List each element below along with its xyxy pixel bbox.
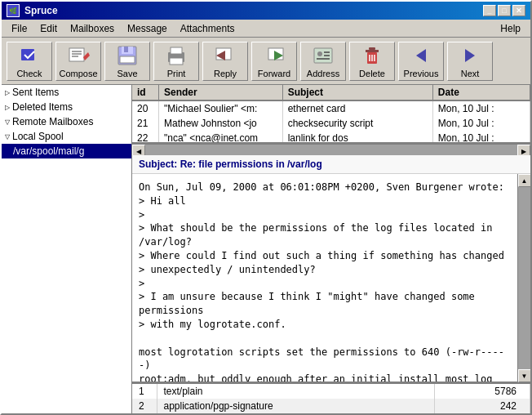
att-size-1: 5786 bbox=[435, 384, 530, 399]
sidebar-item-remote-label: Remote Mailboxes bbox=[12, 116, 93, 127]
svg-marker-28 bbox=[416, 49, 426, 62]
msg-subject-22: lanlink for dos bbox=[282, 131, 432, 144]
toolbar: Check Compose bbox=[2, 38, 530, 85]
table-row[interactable]: 20 "Michael Soulier" <m: ethernet card M… bbox=[132, 100, 530, 116]
att-type-1: text/plain bbox=[157, 384, 435, 399]
vscroll-down[interactable]: ▼ bbox=[518, 369, 531, 382]
col-id: id bbox=[132, 85, 159, 100]
compose-icon bbox=[67, 44, 90, 67]
maximize-button[interactable]: □ bbox=[498, 5, 511, 16]
message-body: On Sun, Jul 09, 2000 at 06:01:08PM +0200… bbox=[132, 174, 517, 382]
vscroll-track bbox=[518, 187, 531, 369]
msg-subject-21: checksecurity script bbox=[282, 116, 432, 131]
hscroll-track bbox=[145, 145, 517, 155]
next-icon bbox=[459, 44, 481, 67]
main-area: ▷ Sent Items ▷ Deleted Items ▽ Remote Ma… bbox=[2, 85, 530, 413]
msg-subject-20: ethernet card bbox=[282, 100, 432, 116]
previous-icon bbox=[410, 44, 432, 67]
delete-button[interactable]: Delete bbox=[349, 42, 395, 81]
message-body-text: On Sun, Jul 09, 2000 at 06:01:08PM +0200… bbox=[139, 181, 511, 382]
msg-id-20: 20 bbox=[132, 100, 159, 116]
close-button[interactable]: ✕ bbox=[512, 5, 525, 16]
previous-label: Previous bbox=[404, 69, 439, 78]
address-button[interactable]: Address bbox=[300, 42, 346, 81]
forward-button[interactable]: Forward bbox=[251, 42, 297, 81]
menu-file[interactable]: File bbox=[5, 21, 33, 36]
message-list: id Sender Subject Date 20 "Michael Souli… bbox=[132, 85, 530, 144]
svg-rect-9 bbox=[120, 56, 135, 63]
content-area: id Sender Subject Date 20 "Michael Souli… bbox=[132, 85, 530, 413]
sidebar-item-local[interactable]: ▽ Local Spool bbox=[2, 129, 131, 144]
title-bar-left: 🌿 Spruce bbox=[7, 4, 58, 17]
menu-bar-items: File Edit Mailboxes Message Attachments bbox=[5, 21, 241, 36]
compose-button[interactable]: Compose bbox=[55, 42, 101, 81]
attachment-row-1[interactable]: 1 text/plain 5786 bbox=[132, 384, 530, 399]
att-num-1: 1 bbox=[132, 384, 157, 399]
body-vscroll: ▲ ▼ bbox=[517, 174, 530, 382]
msg-date-21: Mon, 10 Jul : bbox=[432, 116, 530, 131]
msg-sender-20: "Michael Soulier" <m: bbox=[159, 100, 283, 116]
table-row[interactable]: 21 Mathew Johnston <jo checksecurity scr… bbox=[132, 116, 530, 131]
att-size-2: 242 bbox=[435, 399, 530, 413]
sidebar-item-sent[interactable]: ▷ Sent Items bbox=[2, 85, 131, 100]
check-label: Check bbox=[16, 69, 42, 78]
previous-button[interactable]: Previous bbox=[398, 42, 444, 81]
sidebar: ▷ Sent Items ▷ Deleted Items ▽ Remote Ma… bbox=[2, 85, 132, 413]
menu-mailboxes[interactable]: Mailboxes bbox=[64, 21, 121, 36]
address-icon bbox=[312, 44, 335, 67]
table-row[interactable]: 22 "nca" <nca@inet.com lanlink for dos M… bbox=[132, 131, 530, 144]
svg-rect-1 bbox=[69, 48, 84, 61]
msg-date-22: Mon, 10 Jul : bbox=[432, 131, 530, 144]
att-type-2: application/pgp-signature bbox=[157, 399, 435, 413]
title-buttons: _ □ ✕ bbox=[483, 5, 525, 16]
menu-message[interactable]: Message bbox=[121, 21, 174, 36]
check-icon bbox=[18, 44, 41, 67]
check-button[interactable]: Check bbox=[7, 42, 52, 81]
triangle-icon-3: ▽ bbox=[5, 118, 10, 126]
message-table: id Sender Subject Date 20 "Michael Souli… bbox=[132, 85, 530, 144]
msg-id-22: 22 bbox=[132, 131, 159, 144]
app-icon: 🌿 bbox=[7, 4, 20, 17]
menu-attachments[interactable]: Attachments bbox=[174, 21, 242, 36]
body-area: On Sun, Jul 09, 2000 at 06:01:08PM +0200… bbox=[132, 174, 530, 382]
msg-sender-22: "nca" <nca@inet.com bbox=[159, 131, 283, 144]
delete-label: Delete bbox=[359, 69, 385, 78]
att-num-2: 2 bbox=[132, 399, 157, 413]
svg-rect-8 bbox=[124, 47, 128, 52]
save-button[interactable]: Save bbox=[104, 42, 150, 81]
forward-icon bbox=[263, 44, 286, 67]
svg-rect-12 bbox=[170, 58, 183, 65]
triangle-icon-2: ▷ bbox=[5, 104, 10, 111]
message-subject: Subject: Re: file permissions in /var/lo… bbox=[139, 158, 322, 170]
sidebar-item-var-spool[interactable]: /var/spool/mail/g bbox=[2, 144, 131, 158]
message-table-header: id Sender Subject Date bbox=[132, 85, 530, 100]
minimize-button[interactable]: _ bbox=[483, 5, 496, 16]
reply-icon bbox=[214, 44, 237, 67]
menu-edit[interactable]: Edit bbox=[33, 21, 64, 36]
sidebar-item-remote[interactable]: ▽ Remote Mailboxes bbox=[2, 114, 131, 129]
print-button[interactable]: Print bbox=[153, 42, 199, 81]
svg-point-18 bbox=[317, 51, 322, 56]
svg-rect-11 bbox=[171, 47, 182, 54]
svg-rect-24 bbox=[369, 47, 375, 50]
vscroll-up[interactable]: ▲ bbox=[518, 174, 531, 187]
col-date: Date bbox=[432, 85, 530, 100]
sidebar-item-deleted[interactable]: ▷ Deleted Items bbox=[2, 100, 131, 114]
reply-button[interactable]: Reply bbox=[202, 42, 248, 81]
delete-icon bbox=[361, 44, 383, 67]
sidebar-item-sent-label: Sent Items bbox=[12, 87, 59, 98]
address-label: Address bbox=[307, 69, 339, 78]
attachment-row-2[interactable]: 2 application/pgp-signature 242 bbox=[132, 399, 530, 413]
reply-label: Reply bbox=[214, 69, 237, 78]
message-table-body: 20 "Michael Soulier" <m: ethernet card M… bbox=[132, 100, 530, 144]
message-list-hscroll: ◀ ▶ bbox=[132, 144, 530, 155]
window-title: Spruce bbox=[24, 5, 58, 16]
save-icon bbox=[116, 44, 139, 67]
title-bar: 🌿 Spruce _ □ ✕ bbox=[2, 2, 530, 20]
msg-sender-21: Mathew Johnston <jo bbox=[159, 116, 283, 131]
main-window: 🌿 Spruce _ □ ✕ File Edit Mailboxes Messa… bbox=[0, 0, 532, 415]
msg-date-20: Mon, 10 Jul : bbox=[432, 100, 530, 116]
next-button[interactable]: Next bbox=[447, 42, 493, 81]
menu-help[interactable]: Help bbox=[494, 21, 527, 36]
print-label: Print bbox=[167, 69, 186, 78]
